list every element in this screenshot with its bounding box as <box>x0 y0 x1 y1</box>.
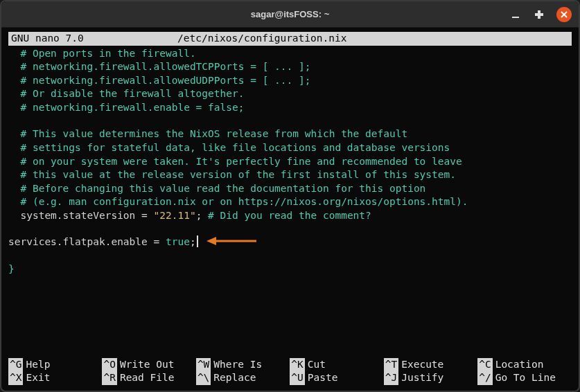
shortcut-help[interactable]: ^GHelp <box>8 358 102 372</box>
close-icon <box>561 11 568 18</box>
nano-header: GNU nano 7.0 /etc/nixos/configuration.ni… <box>8 32 572 46</box>
minimize-button[interactable] <box>509 8 522 21</box>
shortcut-replace[interactable]: ^\Replace <box>196 371 290 385</box>
code-line: } <box>8 262 572 276</box>
code-line: # this value at the release version of t… <box>8 168 572 182</box>
window-controls <box>509 7 572 22</box>
code-line: # settings for stateful data, like file … <box>8 141 572 155</box>
close-button[interactable] <box>556 7 572 22</box>
shortcut-gotoline[interactable]: ^/Go To Line <box>477 371 571 385</box>
shortcut-writeout[interactable]: ^OWrite Out <box>102 358 195 372</box>
code-line: # Or disable the firewall altogether. <box>8 87 572 101</box>
code-line: services.flatpak.enable = true; <box>8 235 572 249</box>
svg-rect-2 <box>535 13 543 16</box>
code-line: # Open ports in the firewall. <box>8 47 572 61</box>
code-line: # on your system were taken. It's perfec… <box>8 155 572 169</box>
code-line: # This value determines the NixOS releas… <box>8 127 572 141</box>
shortcut-whereis[interactable]: ^WWhere Is <box>196 358 290 372</box>
code-line: # Before changing this value read the do… <box>8 182 572 196</box>
nano-app-name: GNU nano 7.0 <box>11 32 177 46</box>
editor-content[interactable]: # Open ports in the firewall. # networki… <box>8 47 572 276</box>
shortcut-cut[interactable]: ^KCut <box>290 358 383 372</box>
minimize-icon <box>511 10 520 19</box>
shortcut-execute[interactable]: ^TExecute <box>384 358 477 372</box>
window-title: sagar@itsFOSS: ~ <box>251 9 329 19</box>
code-line: # networking.firewall.allowedTCPPorts = … <box>8 60 572 74</box>
nano-shortcuts: ^GHelp ^OWrite Out ^WWhere Is ^KCut ^TEx… <box>8 358 572 385</box>
code-line: # (e.g. man configuration.nix or on http… <box>8 195 572 209</box>
shortcut-paste[interactable]: ^UPaste <box>290 371 383 385</box>
maximize-button[interactable] <box>533 8 545 21</box>
svg-marker-6 <box>206 237 216 245</box>
svg-rect-0 <box>512 17 519 18</box>
nano-file-path: /etc/nixos/configuration.nix <box>177 32 569 46</box>
shortcut-readfile[interactable]: ^RRead File <box>102 371 195 385</box>
titlebar[interactable]: sagar@itsFOSS: ~ <box>1 1 579 28</box>
code-line: # networking.firewall.allowedUDPPorts = … <box>8 74 572 88</box>
code-line: # networking.firewall.enable = false; <box>8 101 572 115</box>
terminal-body[interactable]: GNU nano 7.0 /etc/nixos/configuration.ni… <box>1 28 579 391</box>
code-line: system.stateVersion = "22.11"; # Did you… <box>8 209 572 223</box>
maximize-icon <box>534 10 544 19</box>
annotation-arrow-icon <box>206 236 256 250</box>
code-line <box>8 249 572 262</box>
shortcut-exit[interactable]: ^XExit <box>8 371 102 385</box>
code-line <box>8 222 572 235</box>
shortcut-justify[interactable]: ^JJustify <box>384 371 477 385</box>
cursor <box>197 235 198 247</box>
shortcut-location[interactable]: ^CLocation <box>477 358 571 372</box>
terminal-window: sagar@itsFOSS: ~ GNU nano 7.0 /etc/nixos… <box>0 0 580 392</box>
code-line <box>8 114 572 127</box>
